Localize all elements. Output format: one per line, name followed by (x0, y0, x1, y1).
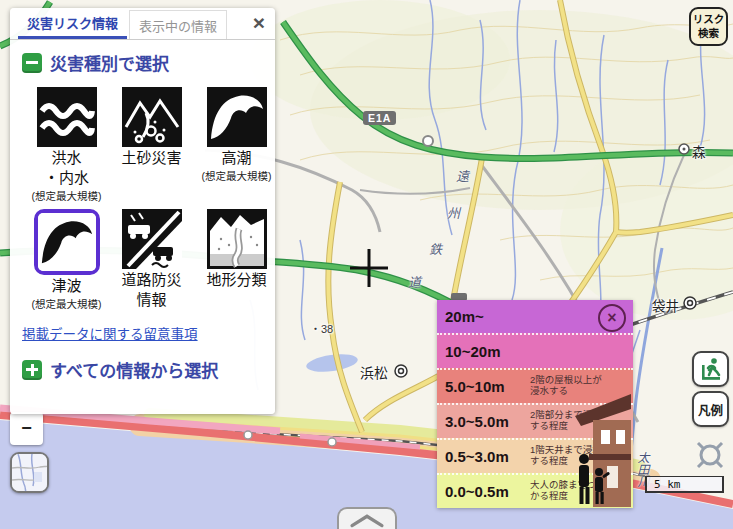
disaster-risk-panel: 災害リスク情報 表示中の情報 × 災害種別で選択 洪水 ・内水 (想定最大規模) (10, 8, 275, 414)
legend-button[interactable]: 凡例 (692, 391, 729, 427)
legend-row: 20m~ × (437, 300, 633, 333)
risk-search-button[interactable]: リスク 検索 (689, 7, 728, 46)
disaster-type-landslide[interactable]: 土砂災害 (109, 87, 194, 203)
current-location-button[interactable] (691, 436, 729, 474)
flood-icon (37, 87, 97, 147)
section-title: 災害種別で選択 (50, 50, 169, 75)
mini-map-icon (12, 454, 48, 492)
selected-highlight (34, 209, 100, 275)
tsunami-depth-legend: 20m~ × 10~20m 5.0~10m 2階の屋根以上が浸水する 3.0~5… (437, 300, 633, 508)
panel-tabbar: 災害リスク情報 表示中の情報 × (10, 8, 275, 40)
map-label-mori: 森 (692, 141, 706, 161)
disaster-type-storm-surge[interactable]: 高潮 (想定最大規模) (194, 87, 279, 203)
disaster-type-flood[interactable]: 洪水 ・内水 (想定最大規模) (24, 87, 109, 203)
minus-icon: − (21, 418, 32, 439)
evacuation-site-button[interactable] (692, 351, 729, 387)
hazard-map-app: E1A 森 袋井 浜松 ・38 遠 州 鉄 道 太田川 災害リスク情報 表示中の… (0, 0, 733, 529)
overview-map-button[interactable] (10, 452, 49, 493)
disaster-type-grid: 洪水 ・内水 (想定最大規模) 土砂災害 (24, 87, 275, 311)
disaster-type-road-info[interactable]: 道路防災 情報 (109, 209, 194, 311)
legend-close-icon[interactable]: × (598, 304, 626, 332)
expressway-badge: E1A (363, 111, 396, 125)
collapse-minus-icon[interactable] (22, 53, 42, 73)
landform-icon (207, 209, 267, 269)
road-disaster-icon (122, 209, 182, 269)
tab-disaster-risk-info[interactable]: 災害リスク情報 (18, 8, 127, 39)
tsunami-icon (38, 213, 96, 271)
disaster-type-landform[interactable]: 地形分類 (194, 209, 279, 311)
data-notice-link[interactable]: 掲載データに関する留意事項 (22, 323, 275, 343)
map-label-elevation: ・38 (310, 320, 333, 336)
map-label-railway-char: 州 (447, 203, 460, 222)
disaster-type-tsunami[interactable]: 津波 (想定最大規模) (24, 209, 109, 311)
section-disaster-type[interactable]: 災害種別で選択 (22, 50, 275, 75)
zoom-out-button[interactable]: − (10, 412, 43, 445)
map-label-hamamatsu: 浜松 (360, 362, 388, 382)
evacuation-run-icon (698, 356, 724, 382)
house-depth-illustration (575, 392, 631, 507)
legend-row: 10~20m (437, 333, 633, 368)
map-label-fukuroi: 袋井 (652, 295, 679, 315)
map-label-railway-char: 鉄 (429, 239, 442, 258)
expand-plus-icon[interactable] (22, 360, 42, 380)
compass-location-icon (691, 436, 729, 474)
close-icon[interactable]: × (253, 12, 265, 34)
landslide-icon (122, 87, 182, 147)
chevron-up-icon (339, 509, 395, 529)
map-label-railway-char: 遠 (456, 166, 469, 185)
map-scale-bar: 5 km (645, 476, 724, 493)
section-title: すべての情報から選択 (50, 357, 218, 382)
map-label-railway-char: 道 (408, 272, 421, 291)
tab-displayed-info[interactable]: 表示中の情報 (129, 10, 227, 39)
section-all-info[interactable]: すべての情報から選択 (22, 357, 275, 382)
storm-surge-icon (207, 87, 267, 147)
bottom-panel-expander[interactable] (337, 507, 397, 529)
